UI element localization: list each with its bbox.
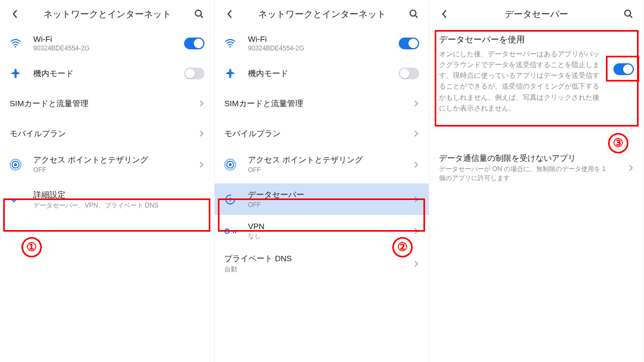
- use-data-saver-desc: オンにした後、データセーバーはあるアプリがバックグラウンドでデータを送受信するこ…: [439, 49, 634, 114]
- airplane-label: 機内モード: [248, 69, 396, 79]
- data-saver-icon: [224, 194, 248, 205]
- chevron-right-icon: [396, 260, 419, 268]
- panel-network-1: ネットワークとインターネット Wi-Fi 90324BDE4554-2G 機内モ…: [0, 0, 215, 362]
- airplane-label: 機内モード: [33, 69, 181, 79]
- chevron-right-icon: [396, 196, 419, 203]
- vpn-label: VPN: [248, 221, 396, 231]
- panel-network-2: ネットワークとインターネット Wi-Fi 90324BDE4554-2G 機内モ…: [215, 0, 429, 362]
- chevron-right-icon: [396, 227, 419, 235]
- hotspot-sub: OFF: [33, 166, 181, 174]
- back-button[interactable]: [436, 5, 453, 23]
- svg-line-1: [201, 16, 203, 18]
- hotspot-label: アクセス ポイントとテザリング: [33, 155, 181, 165]
- page-title: ネットワークとインターネット: [24, 8, 191, 20]
- airplane-toggle[interactable]: [184, 68, 204, 79]
- wifi-row[interactable]: Wi-Fi 90324BDE4554-2G: [215, 28, 429, 58]
- step-2-badge: ②: [392, 237, 413, 257]
- hotspot-label: アクセス ポイントとテザリング: [248, 155, 396, 165]
- airplane-toggle[interactable]: [399, 68, 419, 79]
- svg-point-9: [229, 163, 232, 166]
- unrestricted-apps-row[interactable]: データ通信量の制限を受けないアプリ データセーバーが ON の場合に、無制限のデ…: [429, 147, 643, 189]
- airplane-row[interactable]: 機内モード: [0, 58, 214, 88]
- page-title: データセーバー: [453, 8, 620, 20]
- svg-point-17: [625, 10, 631, 16]
- data-saver-row[interactable]: データセーバー OFF: [215, 183, 429, 215]
- sim-label: SIMカードと流量管理: [10, 99, 181, 109]
- svg-point-3: [14, 163, 17, 166]
- data-saver-sub: OFF: [248, 201, 396, 209]
- wifi-row[interactable]: Wi-Fi 90324BDE4554-2G: [0, 28, 214, 58]
- page-title: ネットワークとインターネット: [238, 8, 405, 20]
- svg-line-7: [415, 16, 418, 18]
- step-3-badge: ③: [608, 133, 628, 153]
- wifi-label: Wi-Fi: [248, 34, 396, 43]
- chevron-right-icon: [181, 130, 204, 137]
- airplane-row[interactable]: 機内モード: [215, 58, 429, 88]
- header: ネットワークとインターネット: [215, 0, 429, 28]
- use-data-saver-block[interactable]: データセーバーを使用 オンにした後、データセーバーはあるアプリがバックグラウンド…: [429, 28, 643, 121]
- hotspot-sub: OFF: [248, 166, 396, 174]
- svg-line-18: [630, 16, 632, 18]
- private-dns-sub: 自動: [224, 265, 396, 274]
- wifi-label: Wi-Fi: [33, 34, 181, 43]
- mobile-plan-row[interactable]: モバイルプラン: [215, 119, 429, 149]
- chevron-down-icon: [10, 197, 33, 203]
- wifi-icon: [224, 39, 248, 48]
- chevron-right-icon: [396, 100, 419, 107]
- wifi-icon: [10, 39, 33, 48]
- search-icon[interactable]: [405, 5, 422, 23]
- data-saver-label: データセーバー: [248, 190, 396, 200]
- use-data-saver-toggle[interactable]: [613, 63, 634, 75]
- mobile-plan-label: モバイルプラン: [224, 129, 396, 139]
- vpn-sub: なし: [248, 232, 396, 241]
- private-dns-label: プライベート DNS: [224, 254, 396, 264]
- advanced-sub: データセーバー、VPN、プライベート DNS: [33, 201, 204, 210]
- chevron-right-icon: [181, 161, 204, 168]
- advanced-row[interactable]: 詳細設定 データセーバー、VPN、プライベート DNS: [0, 183, 214, 217]
- chevron-right-icon: [610, 164, 634, 172]
- hotspot-row[interactable]: アクセス ポイントとテザリング OFF: [0, 149, 214, 180]
- wifi-toggle[interactable]: [399, 38, 419, 49]
- back-button[interactable]: [221, 5, 238, 23]
- sim-row[interactable]: SIMカードと流量管理: [0, 88, 214, 119]
- sim-label: SIMカードと流量管理: [224, 99, 396, 109]
- wifi-sub: 90324BDE4554-2G: [248, 45, 396, 52]
- hotspot-icon: [224, 159, 248, 171]
- wifi-sub: 90324BDE4554-2G: [33, 45, 181, 52]
- mobile-plan-label: モバイルプラン: [10, 129, 181, 139]
- airplane-icon: [10, 68, 33, 79]
- header: データセーバー: [429, 0, 643, 28]
- hotspot-icon: [10, 159, 33, 171]
- advanced-label: 詳細設定: [33, 190, 204, 200]
- search-icon[interactable]: [620, 5, 637, 23]
- chevron-right-icon: [396, 161, 419, 168]
- svg-point-13: [225, 229, 229, 233]
- svg-point-2: [15, 46, 17, 47]
- hotspot-row[interactable]: アクセス ポイントとテザリング OFF: [215, 149, 429, 180]
- panel-data-saver: データセーバー データセーバーを使用 オンにした後、データセーバーはあるアプリが…: [429, 0, 644, 362]
- unrestricted-label: データ通信量の制限を受けないアプリ: [439, 153, 610, 164]
- step-1-badge: ①: [21, 237, 42, 257]
- chevron-right-icon: [181, 100, 204, 107]
- search-icon[interactable]: [191, 5, 208, 23]
- wifi-toggle[interactable]: [184, 38, 204, 49]
- sim-row[interactable]: SIMカードと流量管理: [215, 88, 429, 119]
- svg-point-0: [195, 10, 201, 16]
- airplane-icon: [224, 68, 248, 79]
- mobile-plan-row[interactable]: モバイルプラン: [0, 119, 214, 149]
- back-button[interactable]: [6, 5, 24, 23]
- use-data-saver-title: データセーバーを使用: [439, 34, 634, 46]
- svg-point-6: [410, 10, 416, 16]
- chevron-right-icon: [396, 130, 419, 137]
- unrestricted-sub: データセーバーが ON の場合に、無制限のデータ使用を 1 個のアプリに許可しま…: [439, 165, 610, 183]
- svg-point-8: [230, 46, 231, 47]
- header: ネットワークとインターネット: [0, 0, 214, 28]
- vpn-key-icon: [224, 227, 248, 235]
